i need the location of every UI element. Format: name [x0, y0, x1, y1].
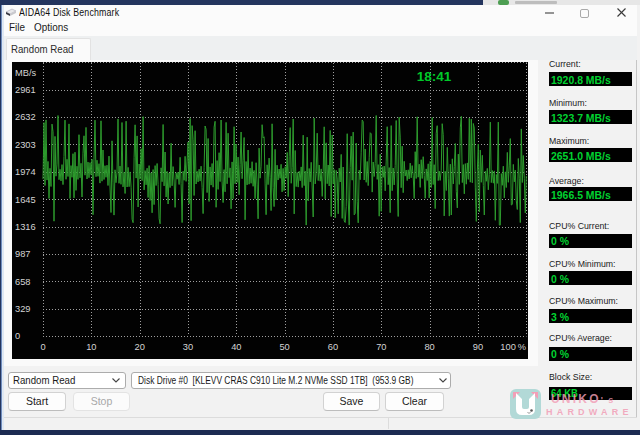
svg-text:658: 658 [15, 277, 31, 287]
svg-text:2632: 2632 [15, 112, 36, 122]
svg-text:1974: 1974 [15, 167, 36, 177]
svg-text:70: 70 [376, 342, 386, 352]
svg-text:2961: 2961 [15, 85, 36, 95]
svg-text:30: 30 [183, 342, 193, 352]
svg-text:0: 0 [40, 342, 45, 352]
svg-text:50: 50 [279, 342, 289, 352]
svg-text:100 %: 100 % [500, 342, 526, 352]
svg-text:80: 80 [424, 342, 434, 352]
svg-text:987: 987 [15, 249, 31, 259]
svg-text:1645: 1645 [15, 195, 36, 205]
svg-text:2303: 2303 [15, 140, 36, 150]
svg-text:329: 329 [15, 304, 31, 314]
svg-text:40: 40 [231, 342, 241, 352]
svg-text:MB/s: MB/s [15, 68, 37, 78]
svg-text:1316: 1316 [15, 222, 36, 232]
svg-text:0: 0 [15, 331, 20, 341]
svg-text:90: 90 [473, 342, 483, 352]
svg-text:60: 60 [328, 342, 338, 352]
svg-text:10: 10 [86, 342, 96, 352]
svg-text:18:41: 18:41 [417, 69, 452, 84]
svg-text:20: 20 [135, 342, 145, 352]
